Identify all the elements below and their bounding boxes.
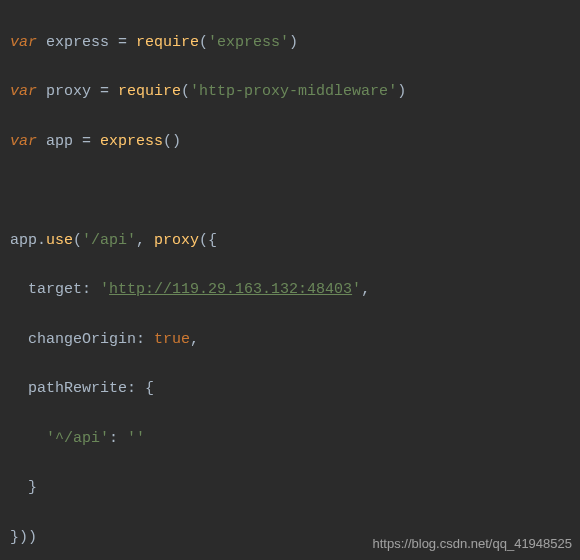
string-literal: 'http-proxy-middleware' (190, 83, 397, 100)
prop-changeorigin: changeOrigin (28, 331, 136, 348)
code-line: var proxy = require('http-proxy-middlewa… (10, 80, 570, 105)
func-require: require (118, 83, 181, 100)
keyword-var: var (10, 133, 37, 150)
code-line: '^/api': '' (10, 427, 570, 452)
blank-line (10, 179, 570, 204)
code-line: var app = express() (10, 130, 570, 155)
code-line: pathRewrite: { (10, 377, 570, 402)
identifier: proxy (46, 83, 91, 100)
string-literal: '^/api' (46, 430, 109, 447)
code-line: } (10, 476, 570, 501)
boolean-true: true (154, 331, 190, 348)
string-literal: 'express' (208, 34, 289, 51)
identifier: app (10, 232, 37, 249)
code-line: app.use('/api', proxy({ (10, 229, 570, 254)
code-line: changeOrigin: true, (10, 328, 570, 353)
func-call: express (100, 133, 163, 150)
keyword-var: var (10, 83, 37, 100)
string-literal: '' (127, 430, 145, 447)
url-literal: http://119.29.163.132:48403 (109, 281, 352, 298)
identifier: express (46, 34, 109, 51)
func-require: require (136, 34, 199, 51)
identifier: app (46, 133, 73, 150)
string-literal: '/api' (82, 232, 136, 249)
method-use: use (46, 232, 73, 249)
func-call: proxy (154, 232, 199, 249)
prop-target: target (28, 281, 82, 298)
code-line: target: 'http://119.29.163.132:48403', (10, 278, 570, 303)
keyword-var: var (10, 34, 37, 51)
watermark-text: https://blog.csdn.net/qq_41948525 (373, 533, 573, 554)
prop-pathrewrite: pathRewrite (28, 380, 127, 397)
code-editor: var express = require('express') var pro… (0, 0, 580, 560)
code-line: var express = require('express') (10, 31, 570, 56)
